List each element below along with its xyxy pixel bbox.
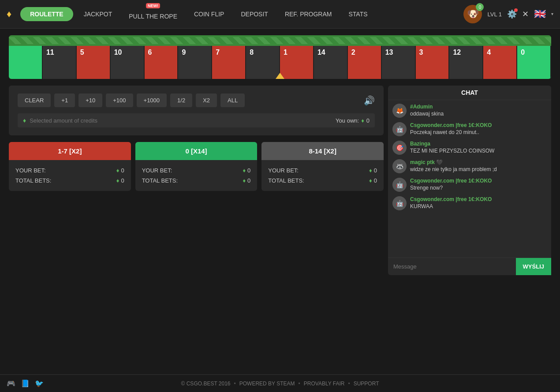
zone-your-bet-row-2: YOUR BET: ♦ 0 [268,165,377,175]
zone-your-bet-label-2: YOUR BET: [268,167,299,174]
chat-user-3: magic ptk 🖤 [410,159,547,165]
twitter-icon[interactable]: 🐦 [35,379,44,388]
diamond-icon: ♦ [23,117,26,124]
chat-user-5: Csgowonder.com |free 1€:KOKO [410,196,547,202]
chat-user-2: Bazinga [410,141,547,147]
zone-total-bets-row-0: TOTAL BETS: ♦ 0 [15,175,124,186]
roulette-slot- [9,46,43,79]
roulette-slot-8: 8 [246,46,280,79]
roulette-slot-6: 6 [145,46,179,79]
roulette-slot-11: 11 [43,46,77,79]
nav-right: 🐶 0 LVL 1 ⚙️ ✕ 🇬🇧 ▾ [463,5,553,23]
zone-your-bet-val-0: ♦ 0 [116,167,124,174]
settings-btn[interactable]: ⚙️ [507,9,517,19]
chat-text-2: Bazinga TEZ MI NIE PRZYSZLO COINSOW [410,141,547,155]
chat-content-0: oddawaj skina [410,111,547,117]
zone-your-bet-val-2: ♦ 0 [369,167,377,174]
zone-total-bets-val-0: ♦ 0 [116,177,124,184]
bet-input-row: ♦ You own: ♦ 0 [18,113,375,127]
chat-panel: CHAT 🦊 #Adumin oddawaj skina 🤖 Csgowonde… [388,86,551,275]
plus1-btn[interactable]: +1 [54,93,75,107]
plus1000-btn[interactable]: +1000 [137,93,167,107]
roulette-track-inner [9,37,551,44]
ref-program-nav-btn[interactable]: REF. PROGRAM [279,7,338,21]
deposit-nav-btn[interactable]: DEPOSIT [235,7,274,21]
content-area: CLEAR +1 +10 +100 +1000 1/2 X2 ALL 🔊 ♦ Y… [9,86,551,275]
new-badge: NEW! [146,3,160,8]
steam-icon[interactable]: 🎮 [7,379,15,388]
coin-flip-nav-btn[interactable]: COIN FLIP [188,7,230,21]
close-btn[interactable]: ✕ [522,9,529,19]
chat-content-1: Poczekaj nawet do 20 minut.. [410,129,547,135]
zone-your-bet-row-0: YOUR BET: ♦ 0 [15,165,124,175]
jackpot-nav-btn[interactable]: JACKPOT [78,7,119,21]
chat-title: CHAT [388,86,551,100]
plus10-btn[interactable]: +10 [78,93,102,107]
chat-messages: 🦊 #Adumin oddawaj skina 🤖 Csgowonder.com… [388,100,551,258]
chat-send-btn[interactable]: WYŚLIJ [516,258,551,275]
notif-dot [514,8,518,12]
bet-input[interactable] [30,117,336,124]
chat-user-0: #Adumin [410,104,547,110]
roulette-nav-btn[interactable]: ROULETTE [20,7,73,21]
chat-text-0: #Adumin oddawaj skina [410,104,547,118]
roulette-slot-13: 13 [382,46,416,79]
chat-content-5: KURWAA [410,203,547,209]
you-own: You own: ♦ 0 [336,117,370,124]
chat-message-3: 🦝 magic ptk 🖤 widze ze nie tylko ja mam … [392,159,547,173]
chat-user-4: Csgowonder.com |free 1€:KOKO [410,178,547,184]
chat-input[interactable] [388,258,516,275]
zone-total-bets-label-2: TOTAL BETS: [268,177,304,184]
zone-btn-2[interactable]: 8-14 [X2] [261,142,384,160]
roulette-track [9,35,551,46]
sound-btn[interactable]: 🔊 [364,95,375,106]
zone-your-bet-label-1: YOUR BET: [142,167,172,174]
chat-avatar-5: 🤖 [392,196,407,210]
footer-support[interactable]: SUPPORT [354,381,379,387]
chat-text-3: magic ptk 🖤 widze ze nie tylko ja mam pr… [410,159,547,173]
chevron-down-icon[interactable]: ▾ [551,12,553,16]
pull-the-rope-nav-btn[interactable]: NEW! PULL THE ROPE [123,5,183,23]
chat-content-2: TEZ MI NIE PRZYSZLO COINSOW [410,148,547,154]
roulette-slot-1: 1 [280,46,314,79]
zone-total-bets-row-1: TOTAL BETS: ♦ 0 [142,175,251,186]
chat-user-1: Csgowonder.com |free 1€:KOKO [410,122,547,128]
bet-zone-2: 8-14 [X2] YOUR BET: ♦ 0 TOTAL BETS: ♦ 0 [261,142,384,191]
chat-text-4: Csgowonder.com |free 1€:KOKO Strenge now… [410,178,547,192]
zone-btn-1[interactable]: 0 [X14] [135,142,258,160]
x2-btn[interactable]: X2 [196,93,217,107]
roulette-indicator [276,73,284,79]
navbar: ♦ ROULETTE JACKPOT NEW! PULL THE ROPE CO… [0,0,560,29]
bet-buttons-row: CLEAR +1 +10 +100 +1000 1/2 X2 ALL 🔊 [18,93,375,107]
avatar-wrap[interactable]: 🐶 0 [463,5,482,23]
roulette-slot-14: 14 [314,46,348,79]
chat-text-1: Csgowonder.com |free 1€:KOKO Poczekaj na… [410,122,547,136]
bet-zone-0: 1-7 [X2] YOUR BET: ♦ 0 TOTAL BETS: ♦ 0 [9,142,131,191]
zone-info-0: YOUR BET: ♦ 0 TOTAL BETS: ♦ 0 [9,160,131,191]
all-btn[interactable]: ALL [220,93,245,107]
roulette-slots: 11510697811421331240 [9,46,551,79]
footer-powered[interactable]: POWERED BY STEAM [239,381,295,387]
footer-provably[interactable]: PROVABLY FAIR [304,381,345,387]
roulette-slot-10: 10 [111,46,145,79]
zone-info-1: YOUR BET: ♦ 0 TOTAL BETS: ♦ 0 [135,160,258,191]
chat-content-4: Strenge now? [410,185,547,191]
facebook-icon[interactable]: 📘 [21,379,30,388]
chat-message-2: 🎯 Bazinga TEZ MI NIE PRZYSZLO COINSOW [392,141,547,155]
level-badge: LVL 1 [487,11,502,18]
clear-btn[interactable]: CLEAR [18,93,51,107]
zone-total-bets-val-2: ♦ 0 [369,177,377,184]
half-btn[interactable]: 1/2 [170,93,192,107]
avatar-badge: 0 [476,3,484,11]
flag-icon[interactable]: 🇬🇧 [534,8,546,20]
chat-avatar-0: 🦊 [392,104,407,118]
roulette-slot-5: 5 [77,46,111,79]
plus100-btn[interactable]: +100 [106,93,133,107]
zone-btn-0[interactable]: 1-7 [X2] [9,142,131,160]
stats-nav-btn[interactable]: STATS [342,7,373,21]
chat-input-row: WYŚLIJ [388,258,551,275]
logo-icon: ♦ [7,8,11,20]
bet-zones: 1-7 [X2] YOUR BET: ♦ 0 TOTAL BETS: ♦ 0 0… [9,142,384,191]
roulette-slot-4: 4 [483,46,517,79]
chat-avatar-2: 🎯 [392,141,407,155]
